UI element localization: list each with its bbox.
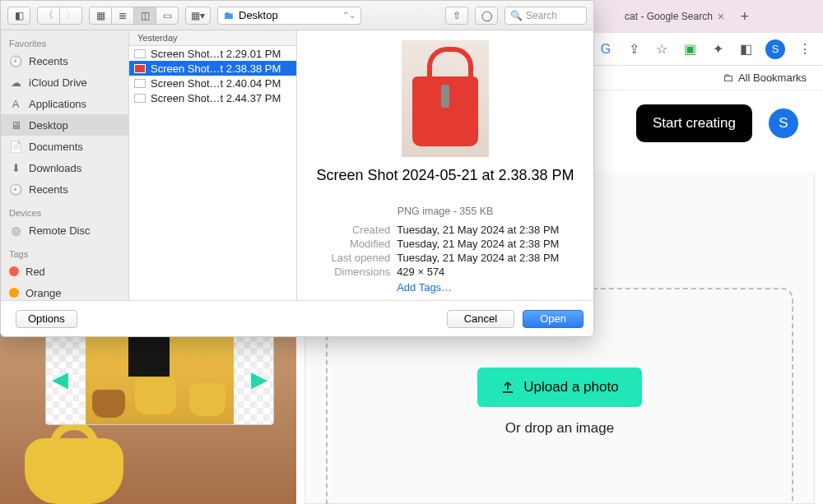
preview-thumbnail xyxy=(402,40,489,157)
sidebar-item-remote-disc[interactable]: ◎Remote Disc xyxy=(1,220,128,241)
preview-meta-line: PNG image - 355 KB xyxy=(398,206,494,217)
puzzle-icon[interactable]: ✦ xyxy=(709,41,726,58)
star-icon[interactable]: ☆ xyxy=(653,41,670,58)
file-preview: Screen Shot 2024-05-21 at 2.38.38 PM PNG… xyxy=(297,30,593,300)
sidebar-icon: A xyxy=(9,98,22,110)
close-icon[interactable]: × xyxy=(718,10,724,23)
sidebar-item-label: Desktop xyxy=(29,119,68,132)
sidebar-item-label: Documents xyxy=(29,141,83,153)
file-name: Screen Shot…t 2.29.01 PM xyxy=(151,48,281,60)
cancel-button[interactable]: Cancel xyxy=(447,310,514,328)
upload-icon xyxy=(500,380,515,395)
file-thumb-icon xyxy=(134,94,146,103)
sidebar-item-label: Recents xyxy=(29,183,68,196)
sidebar-item-label: Applications xyxy=(29,98,86,110)
folder-icon: 🖿 xyxy=(223,9,234,21)
site-avatar[interactable]: S xyxy=(769,109,798,138)
sidebar-item-documents[interactable]: 📄Documents xyxy=(1,136,128,157)
browser-tab[interactable]: cat - Google Search × xyxy=(625,5,724,28)
google-icon[interactable]: G xyxy=(597,41,614,58)
carousel-image[interactable] xyxy=(86,335,234,424)
tag-color-icon xyxy=(9,266,19,276)
sidebar-item-label: Red xyxy=(26,266,45,278)
sidebar-tag-orange[interactable]: Orange xyxy=(1,282,128,300)
gallery-view-button[interactable]: ▭ xyxy=(156,7,179,25)
add-tags-link[interactable]: Add Tags… xyxy=(397,281,559,294)
options-button[interactable]: Options xyxy=(16,310,77,328)
carousel-prev-icon[interactable]: ◀ xyxy=(49,368,71,390)
sidebar-icon: 🕘 xyxy=(9,183,22,196)
tags-header: Tags xyxy=(1,246,128,261)
file-open-dialog: ◧ 〈 〉 ▦ ≣ ◫ ▭ ▦▾ 🖿Desktop ⌃⌄ ⇧ ◯ 🔍 Searc… xyxy=(0,0,594,337)
tags-button[interactable]: ◯ xyxy=(475,7,498,25)
share-icon[interactable]: ⇪ xyxy=(625,41,642,58)
sidebar-item-applications[interactable]: AApplications xyxy=(1,93,128,114)
kebab-icon[interactable]: ⋮ xyxy=(797,41,813,58)
file-row[interactable]: Screen Shot…t 2.40.04 PM xyxy=(129,76,296,90)
chevron-updown-icon: ⌃⌄ xyxy=(342,11,356,20)
nav-buttons: 〈 〉 xyxy=(37,7,82,25)
sidebar-item-label: iCloud Drive xyxy=(29,76,87,89)
search-placeholder: Search xyxy=(526,10,557,21)
file-name: Screen Shot…t 2.38.38 PM xyxy=(151,62,281,75)
start-creating-button[interactable]: Start creating xyxy=(636,104,752,142)
lastopened-value: Tuesday, 21 May 2024 at 2:38 PM xyxy=(397,252,559,264)
file-row[interactable]: Screen Shot…t 2.38.38 PM xyxy=(129,61,296,76)
search-icon: 🔍 xyxy=(510,10,523,21)
disc-icon: ◎ xyxy=(9,224,22,237)
column-view-button[interactable]: ◫ xyxy=(133,7,156,25)
sidebar-icon: 🖥 xyxy=(9,119,22,132)
open-button[interactable]: Open xyxy=(523,310,584,328)
dimensions-value: 429 × 574 xyxy=(397,266,559,278)
file-name: Screen Shot…t 2.44.37 PM xyxy=(151,92,281,104)
finder-toolbar: ◧ 〈 〉 ▦ ≣ ◫ ▭ ▦▾ 🖿Desktop ⌃⌄ ⇧ ◯ 🔍 Searc… xyxy=(1,1,593,30)
finder-footer: Options Cancel Open xyxy=(1,300,593,336)
sidebar-item-label: Downloads xyxy=(29,162,81,174)
all-bookmarks-link[interactable]: All Bookmarks xyxy=(738,72,807,84)
sidebar-item-label: Remote Disc xyxy=(29,224,90,237)
forward-button[interactable]: 〉 xyxy=(59,7,82,25)
devices-header: Devices xyxy=(1,205,128,220)
view-mode-buttons: ▦ ≣ ◫ ▭ xyxy=(89,7,179,25)
file-row[interactable]: Screen Shot…t 2.29.01 PM xyxy=(129,46,296,61)
file-name: Screen Shot…t 2.40.04 PM xyxy=(151,77,281,90)
tab-title: cat - Google Search xyxy=(625,11,713,22)
carousel-next-icon[interactable]: ▶ xyxy=(249,368,270,390)
dimensions-label: Dimensions xyxy=(332,266,391,278)
drop-text: Or drop an image xyxy=(505,420,614,437)
file-list-group-header: Yesterday xyxy=(129,30,296,46)
share-button[interactable]: ⇧ xyxy=(445,7,468,25)
new-tab-button[interactable]: + xyxy=(740,8,749,25)
upload-photo-button[interactable]: Upload a photo xyxy=(477,368,641,407)
list-view-button[interactable]: ≣ xyxy=(111,7,134,25)
file-list: Yesterday Screen Shot…t 2.29.01 PMScreen… xyxy=(129,30,297,300)
group-by-button[interactable]: ▦▾ xyxy=(185,7,211,25)
sidebar-item-recents[interactable]: 🕘Recents xyxy=(1,50,128,72)
preview-metadata: Created Tuesday, 21 May 2024 at 2:38 PM … xyxy=(332,224,560,294)
extension-icon[interactable]: ▣ xyxy=(681,41,698,58)
sidebar-item-recents[interactable]: 🕘Recents xyxy=(1,178,128,200)
sidebar-item-downloads[interactable]: ⬇︎Downloads xyxy=(1,157,128,178)
panel-icon[interactable]: ◧ xyxy=(737,41,754,58)
file-thumb-icon xyxy=(134,79,146,88)
upload-button-label: Upload a photo xyxy=(523,379,618,395)
example-carousel: ◀ ▶ xyxy=(45,335,274,425)
sidebar-item-label: Recents xyxy=(29,55,68,67)
finder-sidebar: Favorites 🕘Recents☁︎iCloud DriveAApplica… xyxy=(1,30,129,300)
sidebar-tag-red[interactable]: Red xyxy=(1,261,128,282)
sidebar-item-icloud-drive[interactable]: ☁︎iCloud Drive xyxy=(1,72,128,93)
sidebar-item-desktop[interactable]: 🖥Desktop xyxy=(1,114,128,136)
file-row[interactable]: Screen Shot…t 2.44.37 PM xyxy=(129,90,296,105)
modified-label: Modified xyxy=(332,238,391,250)
sidebar-toggle-button[interactable]: ◧ xyxy=(7,7,30,25)
favorites-header: Favorites xyxy=(1,35,128,50)
sidebar-icon: 🕘 xyxy=(9,55,22,67)
profile-avatar[interactable]: S xyxy=(765,39,785,59)
icon-view-button[interactable]: ▦ xyxy=(89,7,112,25)
location-select[interactable]: 🖿Desktop ⌃⌄ xyxy=(217,7,361,25)
sidebar-icon: ☁︎ xyxy=(9,76,22,89)
created-label: Created xyxy=(332,224,391,236)
back-button[interactable]: 〈 xyxy=(37,7,60,25)
location-label: Desktop xyxy=(239,9,278,21)
search-input[interactable]: 🔍 Search xyxy=(504,7,587,25)
